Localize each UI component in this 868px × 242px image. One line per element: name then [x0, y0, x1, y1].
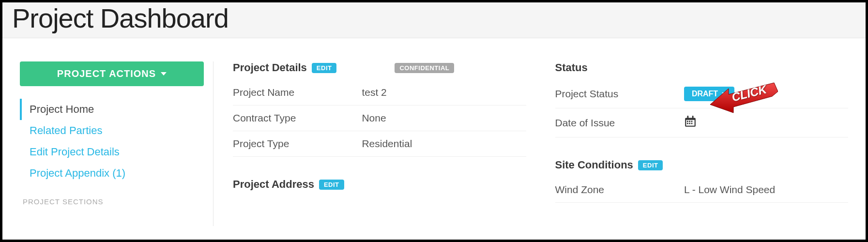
- svg-rect-5: [689, 121, 690, 122]
- details-column: Project Details EDIT CONFIDENTIAL Projec…: [233, 61, 526, 226]
- site-conditions-table: Wind Zone L - Low Wind Speed: [555, 177, 849, 203]
- project-actions-button[interactable]: PROJECT ACTIONS: [20, 61, 204, 86]
- svg-rect-8: [689, 123, 690, 124]
- calendar-icon[interactable]: [684, 115, 697, 128]
- sidebar-item-project-home[interactable]: Project Home: [20, 99, 198, 120]
- detail-val: None: [362, 106, 526, 131]
- section-title: Status: [555, 61, 588, 74]
- table-row: Project Name test 2: [233, 80, 526, 106]
- section-title: Project Address: [233, 178, 314, 191]
- edit-site-conditions-button[interactable]: EDIT: [638, 160, 663, 170]
- svg-rect-9: [691, 123, 693, 124]
- page-title: Project Dashboard: [12, 2, 856, 34]
- detail-key: Project Type: [233, 131, 362, 157]
- chevron-down-icon: [722, 92, 728, 96]
- sidebar-item-label: Edit Project Details: [30, 146, 120, 158]
- svg-rect-4: [687, 121, 688, 122]
- edit-project-address-button[interactable]: EDIT: [319, 180, 344, 190]
- site-key: Wind Zone: [555, 177, 684, 203]
- project-details-table: Project Name test 2 Contract Type None P…: [233, 80, 526, 157]
- table-row: Contract Type None: [233, 106, 526, 131]
- svg-rect-3: [692, 116, 694, 119]
- sidebar-item-label: Project Appendix (1): [30, 167, 125, 179]
- project-status-dropdown[interactable]: DRAFT: [684, 87, 734, 101]
- sidebar-item-label: Related Parties: [30, 124, 102, 136]
- detail-val: Residential: [362, 131, 526, 157]
- status-key: Date of Issue: [555, 108, 684, 137]
- site-conditions-header: Site Conditions EDIT: [555, 159, 849, 171]
- detail-key: Project Name: [233, 80, 362, 106]
- table-row: Date of Issue: [555, 108, 849, 137]
- status-key: Project Status: [555, 80, 684, 108]
- status-table: Project Status DRAFT Date of Issue: [555, 80, 849, 137]
- sidebar: PROJECT ACTIONS Project Home Related Par…: [20, 61, 213, 226]
- site-val: L - Low Wind Speed: [684, 177, 848, 203]
- status-column: Status Project Status DRAFT Date of: [555, 61, 849, 226]
- chevron-down-icon: [161, 72, 167, 76]
- detail-key: Contract Type: [233, 106, 362, 131]
- header-bar: Project Dashboard: [2, 2, 866, 38]
- svg-rect-6: [691, 121, 693, 122]
- sidebar-nav: Project Home Related Parties Edit Projec…: [20, 99, 198, 184]
- svg-rect-2: [687, 116, 688, 119]
- sidebar-item-label: Project Home: [30, 103, 94, 115]
- table-row: Wind Zone L - Low Wind Speed: [555, 177, 849, 203]
- content-area: PROJECT ACTIONS Project Home Related Par…: [2, 38, 866, 226]
- status-header: Status: [555, 61, 849, 74]
- svg-rect-7: [687, 123, 688, 124]
- status-label: DRAFT: [692, 90, 718, 98]
- sidebar-item-related-parties[interactable]: Related Parties: [20, 120, 198, 141]
- table-row: Project Status DRAFT: [555, 80, 849, 108]
- project-details-header: Project Details EDIT CONFIDENTIAL: [233, 61, 526, 74]
- sidebar-item-edit-project-details[interactable]: Edit Project Details: [20, 141, 198, 163]
- edit-project-details-button[interactable]: EDIT: [312, 63, 337, 73]
- sidebar-item-project-appendix[interactable]: Project Appendix (1): [20, 163, 198, 184]
- sidebar-sections-header: PROJECT SECTIONS: [20, 197, 198, 206]
- confidential-badge: CONFIDENTIAL: [395, 63, 454, 73]
- detail-val: test 2: [362, 80, 526, 106]
- project-actions-label: PROJECT ACTIONS: [57, 68, 156, 79]
- project-address-header: Project Address EDIT: [233, 178, 526, 191]
- table-row: Project Type Residential: [233, 131, 526, 157]
- main-columns: Project Details EDIT CONFIDENTIAL Projec…: [213, 61, 848, 226]
- section-title: Site Conditions: [555, 159, 633, 171]
- section-title: Project Details: [233, 61, 307, 74]
